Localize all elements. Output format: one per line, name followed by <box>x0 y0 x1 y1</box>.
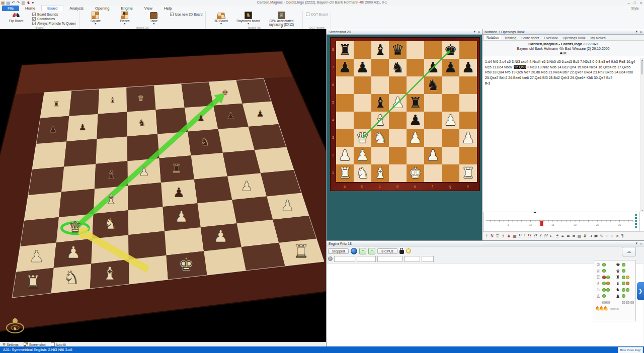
square3d-d4[interactable] <box>128 183 163 210</box>
tab-engine[interactable]: Engine <box>115 6 138 11</box>
engine-field-3[interactable] <box>404 256 420 262</box>
annotation-sym[interactable]: ▤ <box>578 234 582 239</box>
square-b8[interactable] <box>354 41 371 59</box>
square3d-g1[interactable] <box>242 243 285 271</box>
black-piece-f7[interactable]: ♟ <box>424 59 442 76</box>
engine-field-2[interactable] <box>377 256 403 262</box>
board3d-window[interactable]: ♜♝♛♚♟♟♞♟♟♟♞♟♝♜♝♟♟♛♞♟♟♟♟♟♜♞♝♚♜♞ <box>0 29 326 342</box>
white-piece-c3[interactable]: ♞ <box>371 129 389 147</box>
square-c7[interactable] <box>371 59 389 76</box>
black-piece-f6[interactable]: ♞ <box>424 76 442 94</box>
style-menu[interactable]: Style <box>631 7 639 10</box>
square-d6[interactable] <box>389 76 407 94</box>
square-b6[interactable] <box>354 76 371 94</box>
black-piece-e5[interactable]: ♜ <box>407 94 424 112</box>
square-h6[interactable] <box>459 76 477 94</box>
annotation-sym[interactable]: ⌂ <box>611 234 613 239</box>
scrollbar-thumb[interactable] <box>641 61 643 74</box>
annotation-N[interactable]: N <box>491 234 494 239</box>
square-b5[interactable] <box>354 94 371 112</box>
white-piece3d-b2[interactable]: ♟ <box>66 243 80 262</box>
black-piece3d-f7[interactable]: ♟ <box>197 113 205 123</box>
white-piece3d-c3[interactable]: ♞ <box>104 215 117 232</box>
zoom-out-icon[interactable]: − <box>368 248 375 254</box>
square3d-a6[interactable] <box>32 141 66 169</box>
notation-tab-score-sheet[interactable]: Score sheet <box>519 36 541 40</box>
black-piece3d-d7[interactable]: ♞ <box>138 118 146 128</box>
white-piece3d-a2[interactable]: ♟ <box>29 247 44 266</box>
black-piece3d-e4[interactable]: ♟ <box>173 185 185 200</box>
black-piece-d7[interactable]: ♞ <box>389 59 407 76</box>
square3d-f5[interactable] <box>191 153 227 180</box>
black-piece3d-a8[interactable]: ♜ <box>53 100 59 108</box>
black-piece-e4[interactable]: ♟ <box>407 112 424 129</box>
square-g1[interactable] <box>442 164 459 182</box>
white-piece3d-d5[interactable]: ♟ <box>138 164 149 179</box>
square-h4[interactable] <box>459 112 477 129</box>
annotation-symsym[interactable]: ?! <box>534 234 537 239</box>
annotation-sym[interactable]: ± <box>555 234 559 239</box>
square3d-c6[interactable] <box>96 136 127 164</box>
square-a6[interactable] <box>336 76 354 94</box>
white-piece3d-f2[interactable]: ♟ <box>213 227 228 246</box>
square-f5[interactable] <box>424 94 442 112</box>
tab-board[interactable]: Board <box>41 5 63 11</box>
square3d-a4[interactable] <box>24 192 61 221</box>
square3d-h2[interactable] <box>273 216 316 243</box>
square-g6[interactable] <box>442 76 459 94</box>
move-list[interactable]: 1.d4 Nf6 2.c4 c5 3.Nf3 cxd4 4.Nxd4 e5 5.… <box>482 58 640 212</box>
square-f3[interactable] <box>424 129 442 147</box>
annotation-sym[interactable]: → <box>589 234 592 239</box>
annotation-sym[interactable]: ∞ <box>572 234 576 239</box>
table-button[interactable]: Table▾ <box>141 12 167 25</box>
white-piece3d-h1[interactable]: ♜ <box>293 241 309 261</box>
white-piece3d-e3[interactable]: ♟ <box>175 208 188 225</box>
engine-stop-button[interactable]: Stopped <box>328 248 349 254</box>
maximize-button[interactable]: □ <box>634 1 636 5</box>
tab-home[interactable]: Home <box>20 6 41 11</box>
bulb-icon[interactable] <box>406 248 411 253</box>
checkbox-use-new-2d-board[interactable]: ✓Use new 2D Board <box>170 13 203 16</box>
square-e7[interactable] <box>407 59 424 76</box>
annotation-sym[interactable]: ? <box>539 234 541 239</box>
panel-close-icon[interactable]: × <box>640 242 642 245</box>
checkbox-dgt-board[interactable]: DGT Board <box>306 13 328 16</box>
square3d-f8[interactable] <box>182 82 214 108</box>
annotation-sym[interactable]: ⇄ <box>594 234 598 239</box>
engine-power-icon[interactable] <box>351 248 357 254</box>
expand-chevron-icon[interactable]: ❯ <box>637 282 644 300</box>
square-d1[interactable] <box>389 164 407 182</box>
panel-close-icon[interactable]: × <box>478 30 480 34</box>
toolbar3d-auto-fit[interactable]: Auto fit <box>51 342 66 346</box>
annotation-sym[interactable]: ! <box>524 234 526 239</box>
black-piece-g7[interactable]: ♟ <box>442 59 459 76</box>
black-piece-b7[interactable]: ♟ <box>354 59 371 76</box>
annotation-sym[interactable]: ¶ <box>621 234 624 239</box>
white-piece-e1[interactable]: ♚ <box>407 164 424 182</box>
checkbox-coordinates[interactable]: ✓Coordinates <box>32 17 76 21</box>
current-move[interactable]: 12.Qb3 <box>514 65 526 69</box>
board3d-scene[interactable]: ♜♝♛♚♟♟♞♟♟♟♞♟♝♜♝♟♟♛♞♟♟♟♟♟♜♞♝♚♜♞ <box>0 29 326 342</box>
notation-tab-openings-book[interactable]: Openings Book <box>560 36 588 40</box>
black-piece-h7[interactable]: ♟ <box>459 59 477 76</box>
annotation-sym[interactable]: ♟ <box>507 234 511 239</box>
panel-close-icon[interactable]: × <box>640 30 642 34</box>
square-f8[interactable] <box>424 41 442 59</box>
notation-scrollbar[interactable]: ▲ ▼ <box>640 58 643 212</box>
white-piece-d5[interactable]: ♟ <box>389 94 407 112</box>
square-b4[interactable] <box>354 112 371 129</box>
white-piece-h3[interactable]: ♟ <box>459 129 477 147</box>
tab-opening[interactable]: Opening <box>90 6 115 11</box>
annotation-sym[interactable]: ▦ <box>513 234 517 239</box>
notation-tab-livebook[interactable]: LiveBook <box>541 36 560 40</box>
square3d-a3[interactable] <box>20 217 59 246</box>
square-button[interactable]: Square▾ <box>83 12 109 25</box>
checkbox-board-sounds[interactable]: ✓Board Sounds <box>32 13 76 16</box>
engine-field-4[interactable] <box>422 256 434 262</box>
annotation-sym[interactable]: ∓ <box>561 234 565 239</box>
annotation-sym[interactable]: ☆ <box>605 234 609 239</box>
square-a5[interactable] <box>336 94 354 112</box>
square3d-b5[interactable] <box>61 164 96 192</box>
square-a3[interactable] <box>336 129 354 147</box>
square3d-c7[interactable] <box>97 112 127 139</box>
